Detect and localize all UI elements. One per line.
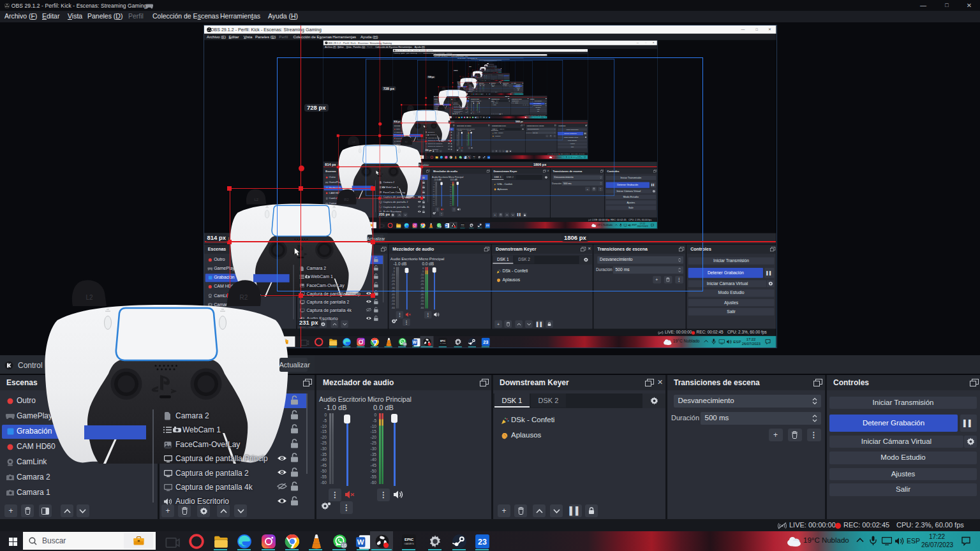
- svg-text:W: W: [357, 538, 364, 546]
- svg-text:W: W: [413, 340, 417, 344]
- svg-text:GAMES: GAMES: [440, 342, 446, 344]
- svg-text:L2: L2: [85, 294, 93, 301]
- svg-text:R2: R2: [239, 294, 248, 301]
- svg-text:EPIC: EPIC: [440, 340, 446, 342]
- svg-text:23: 23: [483, 339, 488, 345]
- svg-text:GAMES: GAMES: [404, 542, 414, 545]
- svg-text:23: 23: [478, 538, 487, 547]
- svg-text:16: 16: [341, 543, 346, 548]
- svg-text:EPIC: EPIC: [405, 538, 414, 541]
